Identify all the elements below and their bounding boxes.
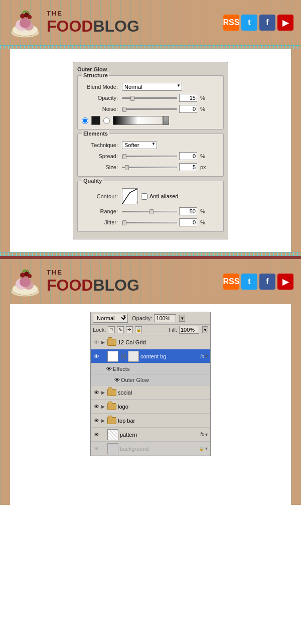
size-slider[interactable] — [122, 167, 177, 168]
contour-thumbnail[interactable] — [122, 188, 138, 204]
svg-point-18 — [28, 274, 32, 278]
fill-arrow[interactable]: ▼ — [202, 326, 208, 333]
opacity-slider[interactable] — [122, 97, 177, 99]
lock-transparent-icon[interactable]: □ — [108, 326, 115, 333]
lock-brush-icon[interactable]: ✎ — [117, 326, 124, 333]
header-bottom: THE FOODBLOG RSS t f ▶ — [0, 259, 301, 304]
layer-row-social[interactable]: 👁 ▶ social — [91, 385, 210, 400]
layer-row-12colgrid[interactable]: 👁 ▶ 12 Col Grid — [91, 335, 210, 349]
twitter-icon[interactable]: t — [241, 15, 257, 31]
layer-arrow-topbar[interactable]: ▶ — [101, 418, 107, 423]
logo-bowl-icon — [8, 5, 43, 40]
noise-slider-wrap: % — [122, 105, 219, 113]
jitter-slider[interactable] — [122, 222, 177, 223]
layer-eye-contentbg[interactable]: 👁 — [92, 352, 100, 360]
layer-name-social: social — [118, 390, 209, 396]
layer-eye-logo[interactable]: 👁 — [92, 403, 100, 411]
anti-aliased-label[interactable]: Anti-aliased — [141, 193, 178, 200]
logo-the: THE — [47, 10, 139, 17]
effects-label: Effects — [113, 366, 129, 372]
layer-eye-pattern[interactable]: 👁 — [92, 431, 100, 439]
logo-food: FOOD — [47, 17, 93, 35]
layers-toolbar: Normal Opacity: ▼ — [91, 312, 210, 325]
color-radio[interactable] — [82, 117, 88, 124]
layer-arrow-logo[interactable]: ▶ — [101, 404, 107, 409]
size-unit: px — [200, 164, 206, 170]
youtube-icon-bottom[interactable]: ▶ — [277, 274, 293, 290]
blend-mode-select[interactable]: Normal — [122, 83, 182, 91]
layer-eye-social[interactable]: 👁 — [92, 389, 100, 397]
lock-move-icon[interactable]: ✛ — [126, 326, 133, 333]
youtube-icon[interactable]: ▶ — [277, 15, 293, 31]
layer-row-pattern[interactable]: 👁 pattern fx ▼ — [91, 428, 210, 442]
range-unit: % — [200, 208, 205, 214]
layer-name-background: background — [120, 446, 197, 452]
facebook-icon-bottom[interactable]: f — [259, 274, 275, 290]
elements-title: Elements — [82, 131, 109, 137]
twitter-icon-bottom[interactable]: t — [241, 274, 257, 290]
layer-eye-topbar[interactable]: 👁 — [92, 417, 100, 425]
lock-all-icon[interactable]: 🔒 — [135, 326, 142, 333]
noise-slider[interactable] — [122, 108, 177, 110]
header-top: THE FOODBLOG RSS t f ▶ — [0, 0, 301, 45]
layer-row-background[interactable]: 👁 background 🔒 ▼ — [91, 442, 210, 456]
fill-input[interactable] — [179, 326, 199, 334]
gradient-arrow-icon[interactable] — [163, 116, 169, 125]
layer-row-logo[interactable]: 👁 ▶ logo — [91, 400, 210, 414]
layer-arrow-12colgrid[interactable]: ▶ — [101, 340, 107, 345]
anti-aliased-checkbox[interactable] — [141, 193, 147, 200]
layer-folder-topbar — [107, 417, 116, 424]
facebook-icon[interactable]: f — [259, 15, 275, 31]
opacity-unit: % — [200, 95, 205, 101]
gradient-radio[interactable] — [103, 117, 110, 124]
outer-glow-label: Outer Glow — [121, 377, 149, 383]
noise-row: Noise: % — [82, 104, 219, 113]
size-slider-wrap: px — [122, 163, 219, 171]
opacity-arrow[interactable]: ▼ — [179, 315, 185, 322]
size-input[interactable] — [179, 163, 197, 171]
layers-mode-select[interactable]: Normal — [93, 314, 128, 323]
spread-slider[interactable] — [122, 156, 177, 157]
layer-eye-background[interactable]: 👁 — [92, 445, 100, 453]
technique-select-wrap[interactable]: Softer Precise — [122, 141, 157, 149]
layer-expand-background[interactable]: ▼ — [204, 446, 209, 451]
layer-lock-background-icon: 🔒 — [198, 446, 204, 452]
layer-fx-pattern: fx — [200, 432, 204, 437]
lock-label: Lock: — [93, 327, 106, 333]
logo-text-bottom: THE FOODBLOG — [47, 269, 139, 295]
opacity-label: Opacity: — [82, 95, 122, 101]
effect-eye-effects[interactable]: 👁 — [105, 365, 113, 373]
range-input[interactable] — [179, 207, 197, 215]
range-slider[interactable] — [122, 211, 177, 212]
jitter-slider-wrap: % — [122, 218, 219, 226]
spread-input[interactable] — [179, 152, 197, 160]
color-row — [82, 115, 219, 126]
effect-eye-outerglow[interactable]: 👁 — [113, 376, 121, 384]
svg-rect-9 — [122, 189, 137, 204]
layer-name-12colgrid: 12 Col Grid — [118, 339, 209, 345]
layers-mode-wrap[interactable]: Normal — [93, 314, 128, 323]
svg-point-15 — [20, 277, 31, 287]
jitter-input[interactable] — [179, 218, 197, 226]
layer-eye-12colgrid[interactable]: 👁 — [92, 338, 100, 346]
spread-unit: % — [200, 153, 205, 159]
layer-row-contentbg[interactable]: 👁 ⛓ content bg fx ▼ — [91, 349, 210, 363]
anti-aliased-text: Anti-aliased — [149, 193, 178, 199]
fill-label: Fill: — [169, 327, 177, 333]
blend-mode-select-wrap[interactable]: Normal — [122, 83, 182, 91]
gradient-swatch[interactable] — [113, 116, 163, 125]
layer-folder-12colgrid — [107, 339, 116, 346]
rss-icon[interactable]: RSS — [223, 15, 239, 31]
color-swatch-black[interactable] — [91, 116, 100, 125]
noise-input[interactable] — [179, 105, 197, 113]
layers-opacity-input[interactable] — [154, 314, 176, 322]
opacity-input[interactable] — [179, 94, 197, 102]
layer-expand-pattern[interactable]: ▼ — [204, 432, 209, 437]
contour-label: Contour: — [82, 193, 122, 199]
rss-icon-bottom[interactable]: RSS — [223, 274, 239, 290]
layer-row-topbar[interactable]: 👁 ▶ top bar — [91, 414, 210, 428]
layer-arrow-social[interactable]: ▶ — [101, 390, 107, 395]
structure-section: Structure Blend Mode: Normal Opacity: — [77, 75, 224, 130]
layer-expand-contentbg[interactable]: ▼ — [204, 354, 209, 359]
technique-select[interactable]: Softer Precise — [122, 141, 157, 149]
